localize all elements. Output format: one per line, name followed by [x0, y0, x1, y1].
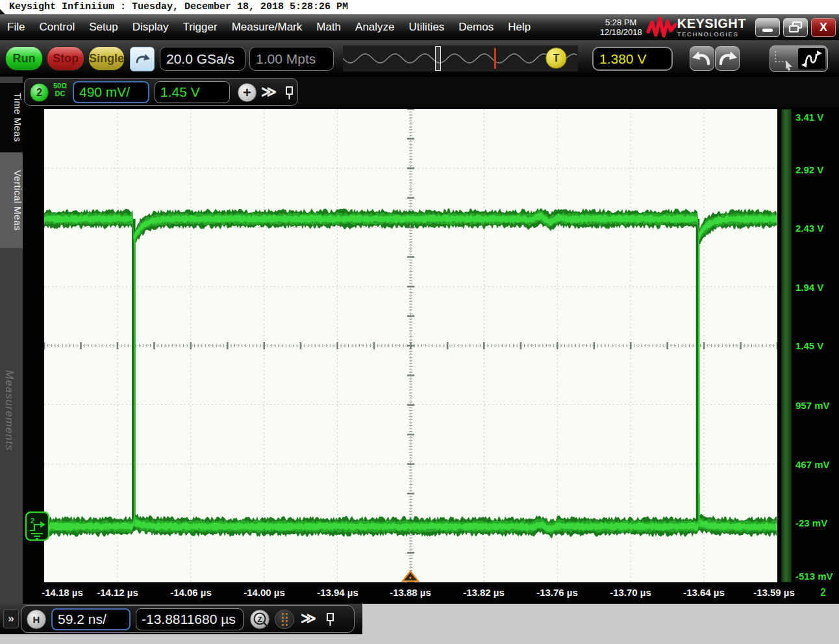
- menu-measure-mark[interactable]: Measure/Mark: [225, 14, 310, 40]
- redo-icon: [716, 47, 739, 70]
- drag-waveform-tool-button[interactable]: [798, 48, 825, 69]
- chevron-double-icon: ≫: [301, 610, 316, 626]
- menu-file[interactable]: File: [0, 14, 32, 40]
- scope-display-region: 3.41 V 2.92 V 2.43 V 1.94 V 1.45 V 957 m…: [23, 107, 839, 604]
- vertical-offset-box[interactable]: 1.45 V: [155, 81, 230, 103]
- cursor-arrow-icon: [770, 46, 799, 73]
- keysight-logo: KEYSIGHT TECHNOLOGIES: [646, 16, 746, 39]
- chevron-double-icon: ≫: [261, 83, 277, 100]
- bottom-bar: » H 59.2 ns/ -13.8811680 µs Z ≫: [0, 604, 839, 644]
- menu-control[interactable]: Control: [32, 14, 82, 40]
- horizontal-button[interactable]: H: [27, 610, 46, 629]
- vertical-scale-box[interactable]: 490 mV/: [73, 81, 149, 103]
- axis-channel-indicator: 2: [820, 584, 826, 601]
- time-label: -13.94 µs: [317, 584, 358, 601]
- panel-expand-button[interactable]: »: [3, 609, 19, 628]
- svg-text:Z: Z: [257, 615, 262, 623]
- preview-slider-handle[interactable]: [435, 46, 441, 71]
- channel-2-scale-bar[interactable]: [781, 109, 792, 582]
- time-label: -14.12 µs: [97, 584, 138, 601]
- time-label: -14.18 µs: [42, 584, 83, 601]
- redo-button[interactable]: [715, 46, 740, 71]
- waveform-move-icon: [800, 49, 823, 69]
- channel-2-controls: 2 50Ω DC 490 mV/ 1.45 V + ≫: [24, 78, 298, 106]
- pointer-mode-button[interactable]: [770, 45, 828, 72]
- menu-demos[interactable]: Demos: [451, 14, 501, 40]
- time-label: -14.00 µs: [244, 584, 285, 601]
- undo-icon: [690, 47, 714, 70]
- menu-utilities[interactable]: Utilities: [402, 14, 452, 40]
- horizontal-controls-area: » H 59.2 ns/ -13.8811680 µs Z ≫: [0, 604, 362, 634]
- voltage-label: -513 mV: [795, 570, 833, 583]
- window-title: Keysight Infiniium : Tuesday, December 1…: [9, 1, 348, 12]
- horizontal-position-preview[interactable]: [343, 45, 578, 71]
- voltage-label: -23 mV: [795, 517, 827, 530]
- voltage-label: 957 mV: [795, 399, 830, 412]
- trigger-time-marker[interactable]: [401, 569, 420, 583]
- menu-trigger[interactable]: Trigger: [175, 14, 224, 40]
- time-label: -13.70 µs: [610, 584, 651, 601]
- menu-math[interactable]: Math: [309, 14, 348, 40]
- tab-time-meas[interactable]: Time Meas: [0, 83, 23, 152]
- channel-ground-marker[interactable]: 2: [25, 510, 51, 543]
- expand-chevrons-button[interactable]: ≫: [261, 83, 277, 101]
- menu-help[interactable]: Help: [501, 14, 538, 40]
- voltage-label: 467 mV: [795, 458, 830, 471]
- menu-setup[interactable]: Setup: [82, 14, 125, 40]
- pin-icon[interactable]: [283, 84, 296, 103]
- trace-edges-bright: [134, 238, 699, 525]
- time-label: -13.82 µs: [463, 584, 505, 601]
- single-button[interactable]: Single: [88, 46, 125, 71]
- tab-vertical-meas[interactable]: Vertical Meas: [0, 153, 23, 248]
- double-angle-icon: »: [8, 612, 14, 625]
- voltage-label: 2.43 V: [795, 222, 823, 235]
- menu-bar: File Control Setup Display Trigger Measu…: [0, 14, 839, 40]
- restore-icon: [788, 21, 803, 34]
- curved-arrow-icon: [132, 49, 152, 69]
- menu-analyze[interactable]: Analyze: [348, 14, 401, 40]
- minimize-button[interactable]: [755, 18, 780, 37]
- voltage-label: 1.45 V: [795, 340, 823, 353]
- expand-chevrons-button[interactable]: ≫: [301, 610, 316, 627]
- channel-2-button[interactable]: 2: [30, 83, 49, 102]
- trigger-level-box[interactable]: 1.380 V: [592, 47, 673, 71]
- left-sidebar: Time Meas Vertical Meas Measurements: [0, 77, 23, 604]
- channel-coupling-label[interactable]: 50Ω DC: [53, 82, 67, 97]
- waveform-display[interactable]: [44, 109, 777, 582]
- memory-depth-box[interactable]: 1.00 Mpts: [249, 47, 334, 71]
- zoom-button[interactable]: Z: [250, 610, 269, 629]
- restore-button[interactable]: [783, 18, 808, 37]
- toolbar: Run Stop Single 20.0 GSa/s 1.00 Mpts T 1…: [0, 40, 839, 77]
- clock-date: 12/18/2018: [600, 27, 642, 37]
- channel-bar: 2 50Ω DC 490 mV/ 1.45 V + ≫: [23, 77, 839, 107]
- stop-button[interactable]: Stop: [47, 46, 84, 71]
- brand-name: KEYSIGHT: [677, 17, 746, 30]
- clock-time: 5:28 PM: [600, 18, 642, 27]
- preview-waveform-icon: [343, 45, 578, 71]
- voltage-label: 3.41 V: [795, 111, 823, 124]
- trace-edges: [134, 219, 698, 526]
- undo-button[interactable]: [690, 46, 714, 71]
- voltage-label: 1.94 V: [795, 281, 823, 294]
- time-label: -13.88 µs: [390, 584, 431, 601]
- measurements-watermark: Measurements: [3, 370, 16, 526]
- close-icon: X: [820, 21, 827, 34]
- markers-button[interactable]: [275, 610, 294, 629]
- time-label: -14.06 µs: [170, 584, 212, 601]
- pin-icon[interactable]: [324, 611, 337, 629]
- trigger-source-button[interactable]: T: [545, 47, 567, 69]
- sample-rate-box[interactable]: 20.0 GSa/s: [160, 47, 245, 71]
- run-button[interactable]: Run: [5, 46, 43, 71]
- add-waveform-button[interactable]: +: [238, 83, 257, 102]
- timebase-scale-box[interactable]: 59.2 ns/: [51, 608, 131, 630]
- time-label: -13.76 µs: [536, 584, 578, 601]
- close-button[interactable]: X: [811, 18, 836, 37]
- keysight-spark-icon: [646, 16, 677, 39]
- menu-display[interactable]: Display: [125, 14, 176, 40]
- window-title-bar: Keysight Infiniium : Tuesday, December 1…: [0, 0, 839, 14]
- timebase-position-box[interactable]: -13.8811680 µs: [136, 608, 244, 630]
- time-label: -13.64 µs: [683, 584, 725, 601]
- svg-text:2: 2: [31, 517, 34, 525]
- touch-toggle-button[interactable]: [130, 47, 155, 71]
- brand-sub: TECHNOLOGIES: [677, 31, 746, 38]
